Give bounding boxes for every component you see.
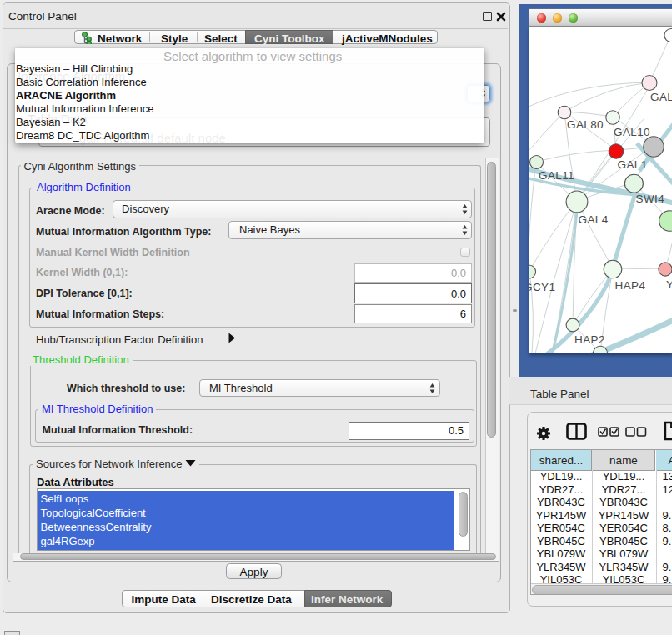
svg-text:GAL80: GAL80 — [567, 118, 604, 131]
svg-text:GAL11: GAL11 — [539, 169, 574, 182]
svg-text:GAL10: GAL10 — [614, 126, 650, 138]
svg-text:YLR: YLR — [666, 278, 672, 290]
svg-text:SWI4: SWI4 — [636, 192, 665, 204]
svg-text:GCY1: GCY1 — [529, 280, 555, 292]
svg-text:HAP4: HAP4 — [615, 278, 646, 291]
svg-text:GAL7: GAL7 — [650, 90, 672, 102]
svg-text:GAL1: GAL1 — [618, 158, 648, 171]
svg-text:GAL4: GAL4 — [579, 212, 609, 225]
svg-text:HAP2: HAP2 — [574, 332, 605, 345]
